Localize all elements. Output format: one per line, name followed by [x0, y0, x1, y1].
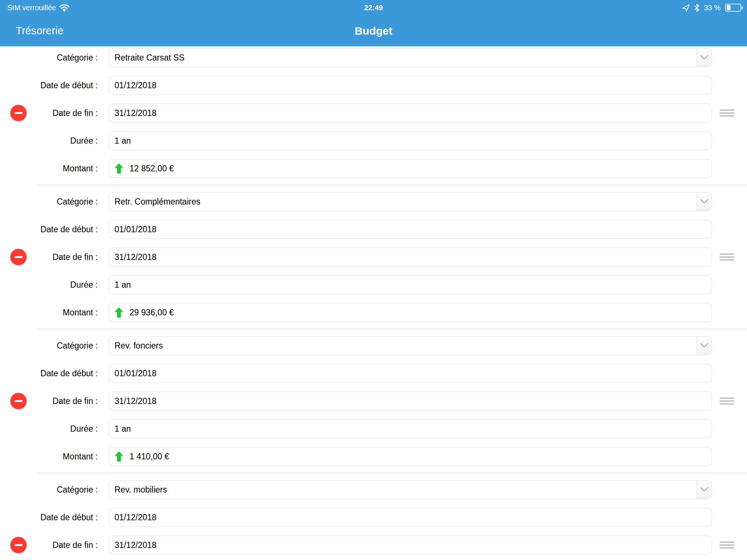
amount-input[interactable]: 29 936,00 € [109, 303, 712, 322]
label-cell: Catégorie : [0, 485, 109, 495]
arrow-up-icon [115, 307, 123, 318]
budget-entry-section: Catégorie : Rev. mobiliers Date de début… [0, 473, 747, 560]
field-value: 1 an [115, 424, 131, 434]
category-select[interactable]: Retraite Carsat SS [109, 48, 712, 67]
reorder-handle[interactable] [720, 397, 734, 405]
field-value: 31/12/2018 [115, 396, 156, 406]
start-date-input[interactable]: 01/12/2018 [109, 508, 712, 527]
field-value: 31/12/2018 [115, 252, 156, 262]
handle-cell [712, 397, 747, 405]
location-arrow-icon [682, 4, 690, 12]
arrow-up-icon [115, 163, 123, 174]
form-row: Catégorie : Retr. Complémentaires [0, 192, 747, 211]
end-date-input[interactable]: 31/12/2018 [109, 536, 712, 555]
delete-button[interactable] [10, 537, 27, 553]
amount-input[interactable]: 1 410,00 € [109, 447, 712, 466]
duration-input[interactable]: 1 an [109, 419, 712, 438]
form-row: Catégorie : Rev. mobiliers [0, 480, 747, 499]
field-label: Montant : [63, 164, 98, 174]
field-value: 01/01/2018 [115, 369, 156, 378]
form-row: Date de début : 01/01/2018 [0, 220, 747, 239]
field-label: Date de fin : [53, 396, 98, 406]
form-row: Date de fin : 31/12/2018 [0, 104, 747, 122]
handle-cell [712, 109, 747, 117]
form-row: Date de fin : 31/12/2018 [0, 248, 747, 267]
time-label: 22:49 [364, 4, 383, 12]
field-label: Date de début : [40, 81, 98, 90]
field-value: 1 410,00 € [129, 452, 169, 462]
label-cell: Montant : [0, 308, 109, 318]
end-date-input[interactable]: 31/12/2018 [109, 392, 712, 411]
field-label: Date de fin : [53, 108, 98, 118]
label-cell: Date de début : [0, 369, 109, 378]
delete-button[interactable] [10, 393, 27, 409]
field-value: 29 936,00 € [129, 308, 174, 318]
duration-input[interactable]: 1 an [109, 131, 712, 150]
handle-cell [712, 541, 747, 549]
end-date-input[interactable]: 31/12/2018 [109, 248, 712, 267]
minus-icon [15, 256, 23, 258]
form-row: Catégorie : Rev. fonciers [0, 336, 747, 355]
field-value: 01/12/2018 [115, 81, 156, 90]
status-right: 33 % [682, 0, 743, 15]
field-label: Durée : [70, 280, 98, 290]
field-label: Date de fin : [53, 540, 98, 550]
field-label: Catégorie : [57, 485, 98, 495]
label-cell: Catégorie : [0, 53, 109, 63]
field-label: Date de début : [40, 513, 98, 522]
label-cell: Montant : [0, 164, 109, 174]
minus-icon [15, 544, 23, 546]
form-row: Durée : 1 an [0, 419, 747, 438]
category-select[interactable]: Retr. Complémentaires [109, 192, 712, 211]
form-row: Date de début : 01/12/2018 [0, 76, 747, 95]
form-row: Date de fin : 31/12/2018 [0, 536, 747, 555]
field-value: 1 an [115, 136, 131, 146]
budget-entry-section: Catégorie : Rev. fonciers Date de début … [0, 329, 747, 473]
chevron-down-icon[interactable] [697, 481, 712, 499]
field-value: 01/01/2018 [115, 225, 156, 234]
status-bar: SIM verrouillée 22:49 [0, 0, 747, 15]
reorder-handle[interactable] [720, 253, 734, 261]
chevron-down-icon[interactable] [697, 192, 712, 211]
start-date-input[interactable]: 01/01/2018 [109, 220, 712, 239]
delete-button[interactable] [10, 249, 27, 265]
chevron-down-icon[interactable] [697, 48, 712, 67]
category-select[interactable]: Rev. mobiliers [109, 480, 712, 499]
field-label: Catégorie : [57, 341, 98, 351]
field-value: Rev. fonciers [115, 341, 163, 351]
form-row: Date de début : 01/01/2018 [0, 364, 747, 383]
field-value: Retr. Complémentaires [115, 197, 200, 207]
reorder-handle[interactable] [720, 541, 734, 549]
top-bar: SIM verrouillée 22:49 [0, 0, 747, 46]
start-date-input[interactable]: 01/12/2018 [109, 76, 712, 95]
field-label: Montant : [63, 452, 98, 462]
form-row: Date de fin : 31/12/2018 [0, 392, 747, 411]
form-row: Date de début : 01/12/2018 [0, 508, 747, 527]
field-value: 12 852,00 € [129, 164, 174, 174]
battery-icon [725, 4, 743, 12]
field-label: Catégorie : [57, 197, 98, 207]
bluetooth-icon [694, 4, 700, 12]
handle-cell [712, 253, 747, 261]
minus-icon [15, 400, 23, 402]
delete-button[interactable] [10, 105, 27, 121]
budget-screen: SIM verrouillée 22:49 [0, 0, 747, 560]
label-cell: Catégorie : [0, 341, 109, 351]
category-select[interactable]: Rev. fonciers [109, 336, 712, 355]
end-date-input[interactable]: 31/12/2018 [109, 104, 712, 122]
label-cell: Date de début : [0, 225, 109, 234]
page-title: Budget [0, 15, 747, 46]
reorder-handle[interactable] [720, 109, 734, 117]
amount-input[interactable]: 12 852,00 € [109, 159, 712, 178]
field-value: 1 an [115, 280, 131, 290]
field-value: 31/12/2018 [115, 108, 156, 118]
field-label: Date de début : [40, 369, 98, 378]
budget-entry-section: Catégorie : Retr. Complémentaires Date d… [0, 185, 747, 329]
field-value: Retraite Carsat SS [115, 53, 185, 63]
duration-input[interactable]: 1 an [109, 275, 712, 294]
label-cell: Durée : [0, 424, 109, 434]
field-value: 31/12/2018 [115, 540, 156, 550]
chevron-down-icon[interactable] [697, 337, 712, 355]
start-date-input[interactable]: 01/01/2018 [109, 364, 712, 383]
label-cell: Date de début : [0, 513, 109, 522]
